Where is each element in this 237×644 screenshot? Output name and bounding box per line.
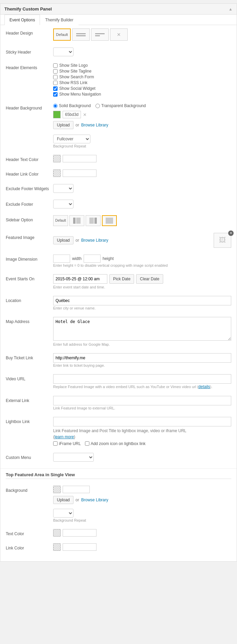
- radio-solid-bg-input[interactable]: [53, 104, 58, 108]
- sidebar-btn-none[interactable]: [102, 215, 117, 226]
- link-color-single-swatch[interactable]: [53, 543, 61, 551]
- image-height-input[interactable]: [84, 255, 101, 263]
- checkbox-show-social[interactable]: [53, 86, 58, 91]
- map-address-textarea[interactable]: Hotel de Glace: [53, 317, 231, 341]
- pick-date-button[interactable]: Pick Date: [109, 274, 134, 284]
- label-video-url: Video URL: [6, 374, 50, 382]
- checkbox-show-logo[interactable]: [53, 63, 58, 68]
- checkbox-show-tagline[interactable]: [53, 69, 58, 74]
- radio-transparent-bg[interactable]: Transparent Background: [95, 103, 146, 108]
- sticky-header-select[interactable]: Yes No: [53, 47, 73, 56]
- field-sidebar-option: Sidebar Option Default: [0, 212, 237, 229]
- label-sidebar-option: Sidebar Option: [6, 215, 50, 223]
- checkbox-iframe-url[interactable]: [53, 441, 58, 446]
- content-exclude-footer-widgets: Yes No: [53, 184, 231, 193]
- buy-ticket-link-input[interactable]: [53, 353, 231, 363]
- checkbox-zoom-icon[interactable]: [85, 441, 89, 446]
- layout2-line1: [95, 33, 105, 34]
- header-bg-repeat-hint: Background Repeat: [53, 144, 231, 148]
- sidebar-btn-left[interactable]: [69, 215, 84, 226]
- custom-menu-select[interactable]: [53, 453, 94, 462]
- featured-image-remove-button[interactable]: ✕: [228, 230, 234, 236]
- sidebar-right-icon: [89, 218, 97, 224]
- external-link-hint: Link Featured Image to external URL.: [53, 406, 231, 410]
- design-btn-none[interactable]: ✕: [110, 28, 128, 41]
- event-date-row: Pick Date Clear Date: [53, 274, 231, 284]
- design-btn-layout2[interactable]: [91, 28, 109, 41]
- check-show-menu[interactable]: Show Menu Navigation: [53, 92, 231, 97]
- check-show-social[interactable]: Show Social Widget: [53, 86, 231, 91]
- link-color-single-input[interactable]: [63, 543, 96, 551]
- bg-single-style-select[interactable]: [53, 509, 73, 518]
- checkbox-show-search[interactable]: [53, 75, 58, 79]
- header-bg-color-swatch[interactable]: [53, 111, 61, 118]
- featured-image-upload-button[interactable]: Upload: [53, 236, 73, 244]
- text-color-single-swatch[interactable]: [53, 529, 61, 537]
- check-show-tagline[interactable]: Show Site Tagline: [53, 69, 231, 74]
- sidebar-none-icon: [106, 218, 113, 224]
- checkbox-show-rss[interactable]: [53, 81, 58, 85]
- design-btn-default[interactable]: Default: [53, 28, 71, 41]
- header-bg-upload-button[interactable]: Upload: [53, 121, 73, 129]
- exclude-footer-widgets-select[interactable]: Yes No: [53, 184, 73, 193]
- content-image-dimension: width height Enter height = 0 to disable…: [53, 255, 231, 267]
- exclude-footer-select[interactable]: Yes No: [53, 200, 73, 208]
- bg-single-upload-button[interactable]: Upload: [53, 496, 73, 504]
- tab-themify-builder[interactable]: Themify Builder: [40, 15, 78, 25]
- bg-single-browse-link[interactable]: Browse Library: [81, 498, 108, 502]
- header-bg-color-clear-icon[interactable]: ✕: [83, 112, 87, 117]
- bg-single-color-swatch[interactable]: [53, 486, 61, 493]
- clear-date-button[interactable]: Clear Date: [136, 274, 163, 284]
- field-buy-ticket-link: Buy Ticket Link Enter link to ticket buy…: [0, 350, 237, 371]
- label-external-link: External Link: [6, 396, 50, 404]
- field-exclude-footer-widgets: Exclude Footer Widgets Yes No: [0, 181, 237, 196]
- header-link-color-swatch[interactable]: [53, 169, 61, 177]
- check-show-logo[interactable]: Show Site Logo: [53, 63, 231, 68]
- panel-toggle-icon[interactable]: ▲: [229, 7, 233, 12]
- lightbox-learn-more-link[interactable]: learn more: [55, 435, 74, 439]
- content-header-link-color: [53, 169, 231, 177]
- radio-transparent-bg-input[interactable]: [95, 104, 100, 108]
- header-link-color-input[interactable]: [63, 169, 96, 177]
- x-icon: ✕: [117, 32, 121, 37]
- header-text-color-row: [53, 155, 231, 162]
- sidebar-btn-right[interactable]: [86, 215, 101, 226]
- content-external-link: Link Featured Image to external URL.: [53, 396, 231, 410]
- video-url-input[interactable]: [53, 374, 231, 384]
- check-iframe-url[interactable]: iFrame URL: [53, 441, 81, 446]
- featured-image-browse-link[interactable]: Browse Library: [81, 238, 108, 243]
- event-date-input[interactable]: [53, 274, 107, 284]
- external-link-input[interactable]: [53, 396, 231, 405]
- header-bg-dropdown-row: Fullcover Repeat No Repeat: [53, 135, 231, 143]
- field-video-url: Video URL Replace Featured Image with a …: [0, 371, 237, 393]
- lightbox-checks-row: iFrame URL Add zoom icon on lightbox lin…: [53, 441, 231, 446]
- header-text-color-input[interactable]: [63, 155, 96, 162]
- check-show-rss[interactable]: Show RSS Link: [53, 80, 231, 85]
- header-bg-browse-link[interactable]: Browse Library: [81, 123, 108, 127]
- content-bg-single: Upload or Browse Library Background Repe…: [53, 486, 231, 522]
- content-header-design: Default ✕: [53, 28, 231, 41]
- bg-single-or-text: or: [76, 498, 79, 502]
- check-zoom-icon[interactable]: Add zoom icon on lightbox link: [85, 441, 146, 446]
- header-text-color-swatch[interactable]: [53, 155, 61, 162]
- location-input[interactable]: [53, 296, 231, 305]
- bg-single-color-input[interactable]: [63, 486, 90, 493]
- radio-solid-bg[interactable]: Solid Background: [53, 103, 91, 108]
- image-width-input[interactable]: [53, 255, 70, 263]
- tab-event-options[interactable]: Event Options: [4, 15, 40, 25]
- check-show-search[interactable]: Show Search Form: [53, 75, 231, 79]
- video-url-details-link[interactable]: details: [198, 384, 210, 389]
- field-header-link-color: Header Link Color: [0, 166, 237, 181]
- content-lightbox-link: Link Featured Image and Post Title to li…: [53, 417, 231, 446]
- header-bg-style-select[interactable]: Fullcover Repeat No Repeat: [53, 135, 90, 143]
- checkbox-show-menu[interactable]: [53, 92, 58, 97]
- lightbox-link-input[interactable]: [53, 417, 231, 426]
- content-featured-image: Upload or Browse Library ✕ 🖼: [53, 233, 231, 248]
- field-header-design: Header Design Default: [0, 25, 237, 44]
- design-btn-layout1[interactable]: [72, 28, 90, 41]
- bg-single-upload-row: Upload or Browse Library: [53, 496, 231, 504]
- header-bg-or-text: or: [76, 123, 79, 127]
- field-text-color-single: Text Color: [0, 526, 237, 540]
- sidebar-btn-default[interactable]: Default: [53, 215, 68, 226]
- text-color-single-input[interactable]: [63, 529, 96, 537]
